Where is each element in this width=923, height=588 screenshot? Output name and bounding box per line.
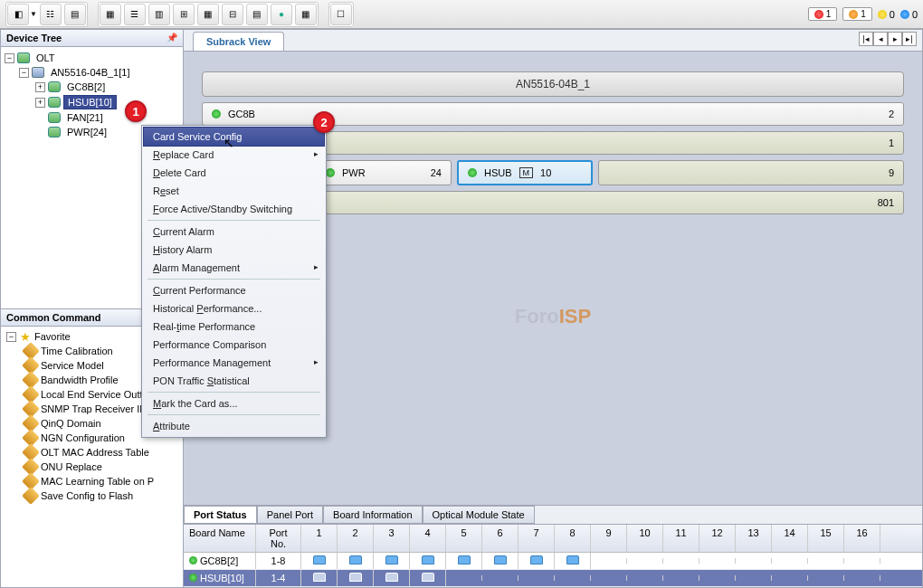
menu-item[interactable]: Performance Comparison xyxy=(144,336,324,354)
port-cell[interactable] xyxy=(446,553,482,569)
port-cell[interactable] xyxy=(519,553,555,569)
tb-btn-2[interactable]: ☷ xyxy=(40,4,62,25)
menu-item[interactable]: Attribute xyxy=(144,417,324,435)
bottom-tab[interactable]: Optical Module State xyxy=(423,506,535,524)
menu-item[interactable]: Historical Performance... xyxy=(144,299,324,318)
menu-item[interactable]: Current Performance xyxy=(144,281,324,299)
favorite-item[interactable]: OLT MAC Address Table xyxy=(5,445,179,460)
port-cell[interactable] xyxy=(338,570,374,586)
menu-item[interactable]: Alarm Management xyxy=(144,259,324,277)
port-cell[interactable] xyxy=(555,575,591,581)
slot-empty-9[interactable]: 9 xyxy=(598,160,904,185)
column-header[interactable]: 5 xyxy=(446,525,482,552)
column-header[interactable]: 4 xyxy=(410,525,446,552)
menu-item[interactable]: Mark the Card as... xyxy=(144,394,324,413)
port-cell[interactable] xyxy=(301,570,338,586)
tab-subrack-view[interactable]: Subrack View xyxy=(193,32,284,51)
port-cell[interactable] xyxy=(663,558,699,564)
menu-item[interactable]: Delete Card xyxy=(144,164,324,182)
port-cell[interactable] xyxy=(591,575,627,581)
column-header[interactable]: 7 xyxy=(519,525,555,552)
column-header[interactable]: 14 xyxy=(772,525,808,552)
tree-card-fan21[interactable]: FAN[21] xyxy=(5,110,179,125)
tb-btn-11[interactable]: ● xyxy=(271,4,292,25)
column-header[interactable]: 3 xyxy=(374,525,410,552)
column-header[interactable]: 13 xyxy=(736,525,772,552)
bottom-tab[interactable]: Panel Port xyxy=(257,506,323,524)
collapse-icon[interactable]: − xyxy=(5,53,14,63)
menu-item[interactable]: PON Traffic Statistical xyxy=(144,372,324,390)
port-cell[interactable] xyxy=(699,575,736,581)
tb-btn-13[interactable]: ☐ xyxy=(330,4,352,25)
table-row[interactable]: GC8B[2]1-8 xyxy=(184,553,922,570)
column-header[interactable]: 16 xyxy=(844,525,880,552)
favorite-item[interactable]: MAC Learning Table on P xyxy=(5,474,179,488)
status-yellow[interactable]: 0 xyxy=(878,9,895,20)
bottom-tab[interactable]: Board Information xyxy=(323,506,422,524)
port-cell[interactable] xyxy=(699,558,736,564)
tb-btn-8[interactable]: ▦ xyxy=(197,4,219,25)
tb-btn-12[interactable]: ▦ xyxy=(295,4,317,25)
port-cell[interactable] xyxy=(772,558,808,564)
dropdown-icon[interactable]: ▼ xyxy=(30,10,37,18)
column-header[interactable]: 15 xyxy=(808,525,844,552)
port-cell[interactable] xyxy=(482,553,519,569)
port-cell[interactable] xyxy=(301,553,338,569)
status-red[interactable]: 1 xyxy=(808,7,838,21)
port-cell[interactable] xyxy=(519,575,555,581)
port-cell[interactable] xyxy=(808,558,844,564)
tab-nav-first[interactable]: |◂ xyxy=(859,32,873,46)
port-cell[interactable] xyxy=(555,553,591,569)
favorite-item[interactable]: ONU Replace xyxy=(5,460,179,474)
expand-icon[interactable]: + xyxy=(35,82,45,92)
port-cell[interactable] xyxy=(410,570,446,586)
collapse-icon[interactable]: − xyxy=(6,332,16,342)
column-header[interactable]: Port No. xyxy=(256,525,301,552)
table-row[interactable]: HSUB[10]1-4 xyxy=(184,570,922,587)
tab-nav-next[interactable]: ▸ xyxy=(888,32,902,46)
port-cell[interactable] xyxy=(736,575,772,581)
tb-btn-6[interactable]: ▥ xyxy=(148,4,170,25)
tab-nav-last[interactable]: ▸| xyxy=(902,32,917,46)
port-cell[interactable] xyxy=(338,553,374,569)
menu-item[interactable]: Reset xyxy=(144,182,324,200)
port-cell[interactable] xyxy=(808,575,844,581)
menu-item[interactable]: Real-time Performance xyxy=(144,318,324,336)
port-cell[interactable] xyxy=(844,558,880,564)
column-header[interactable]: 9 xyxy=(591,525,627,552)
bottom-tab[interactable]: Port Status xyxy=(184,506,257,524)
tree-shelf[interactable]: − AN5516-04B_1[1] xyxy=(5,65,179,80)
column-header[interactable]: Board Name xyxy=(184,525,256,552)
tb-btn-3[interactable]: ▤ xyxy=(64,4,86,25)
tab-nav-prev[interactable]: ◂ xyxy=(873,32,888,46)
favorite-item[interactable]: Save Config to Flash xyxy=(5,488,179,503)
port-cell[interactable] xyxy=(374,553,410,569)
port-cell[interactable] xyxy=(844,575,880,581)
column-header[interactable]: 6 xyxy=(482,525,519,552)
column-header[interactable]: 12 xyxy=(699,525,736,552)
menu-item[interactable]: Card Service Config xyxy=(143,127,325,147)
column-header[interactable]: 11 xyxy=(663,525,699,552)
port-cell[interactable] xyxy=(446,575,482,581)
port-cell[interactable] xyxy=(663,575,699,581)
port-cell[interactable] xyxy=(591,558,627,564)
menu-item[interactable]: History Alarm xyxy=(144,241,324,259)
slot-gc8b[interactable]: GC8B2 xyxy=(202,102,904,126)
port-cell[interactable] xyxy=(627,558,663,564)
tb-btn-4[interactable]: ▦ xyxy=(100,4,121,25)
status-orange[interactable]: 1 xyxy=(842,7,872,21)
expand-icon[interactable]: + xyxy=(35,98,45,108)
status-blue[interactable]: 0 xyxy=(900,9,918,20)
tb-btn-9[interactable]: ⊟ xyxy=(222,4,243,25)
pin-icon[interactable]: 📌 xyxy=(167,33,177,43)
port-cell[interactable] xyxy=(410,553,446,569)
menu-item[interactable]: Replace Card xyxy=(144,146,324,164)
tb-btn-1[interactable]: ◧ xyxy=(7,4,29,25)
port-cell[interactable] xyxy=(482,575,519,581)
tb-btn-7[interactable]: ⊞ xyxy=(173,4,195,25)
tree-card-gc8b2[interactable]: +GC8B[2] xyxy=(5,80,179,94)
column-header[interactable]: 1 xyxy=(301,525,338,552)
column-header[interactable]: 8 xyxy=(555,525,591,552)
column-header[interactable]: 10 xyxy=(627,525,663,552)
port-cell[interactable] xyxy=(736,558,772,564)
